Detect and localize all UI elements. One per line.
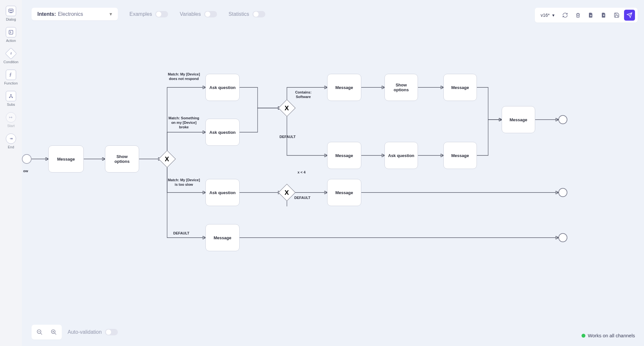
start-icon: [6, 112, 16, 123]
svg-point-3: [12, 10, 12, 11]
svg-line-26: [55, 333, 56, 335]
node-message[interactable]: Message: [327, 74, 361, 101]
svg-point-1: [10, 10, 10, 11]
subs-icon: [6, 91, 16, 101]
svg-point-7: [9, 97, 10, 98]
node-message[interactable]: Message: [327, 142, 361, 169]
node-ask-question[interactable]: Ask question: [205, 74, 240, 101]
edge-label: Match: My [Device] is too slow: [167, 178, 201, 187]
condition-icon: if: [5, 48, 17, 60]
svg-point-2: [11, 10, 11, 11]
sidebar-item-end[interactable]: End: [1, 132, 21, 151]
flow-edges: [22, 0, 644, 346]
node-message[interactable]: Message: [443, 74, 477, 101]
edge-label: Match: My [Device] does not respond: [167, 72, 201, 81]
sidebar-item-function[interactable]: Function: [1, 68, 21, 87]
svg-point-8: [12, 97, 13, 98]
sidebar-item-label: Action: [6, 39, 16, 43]
node-show-options[interactable]: Show options: [105, 145, 139, 173]
edge-label: DEFAULT: [173, 231, 189, 236]
node-message[interactable]: Message: [502, 106, 535, 133]
node-message[interactable]: Message: [48, 145, 84, 173]
flow-canvas[interactable]: ow Message Show options X Match: My [Dev…: [22, 0, 644, 346]
toggle-pill[interactable]: [105, 329, 118, 335]
node-ask-question[interactable]: Ask question: [205, 179, 240, 206]
end-node[interactable]: [558, 115, 567, 124]
sidebar-item-label: Condition: [4, 60, 18, 64]
start-label: ow: [23, 169, 28, 173]
svg-line-23: [41, 333, 42, 335]
node-show-options[interactable]: Show options: [384, 74, 418, 101]
toggle-auto-validation[interactable]: Auto-validation: [68, 329, 118, 335]
zoom-out-icon: [36, 329, 43, 335]
zoom-controls: [32, 325, 62, 340]
edge-label: x < 4: [298, 170, 306, 175]
sidebar-item-label: End: [8, 145, 14, 149]
end-node[interactable]: [558, 188, 567, 197]
edge-label: DEFAULT: [279, 135, 296, 139]
gateway-3[interactable]: X: [278, 184, 296, 201]
edge-label: Match: Something on my [Device] broke: [167, 116, 201, 129]
zoom-in-icon: [51, 329, 57, 335]
node-message[interactable]: Message: [327, 179, 361, 206]
sidebar-item-label: Subs: [7, 103, 15, 106]
node-ask-question[interactable]: Ask question: [205, 119, 240, 146]
start-node[interactable]: [22, 154, 32, 164]
gateway-2[interactable]: X: [278, 99, 296, 117]
sidebar-item-label: Start: [7, 124, 14, 128]
end-icon: [6, 133, 16, 144]
sidebar-item-action[interactable]: Action: [1, 25, 21, 44]
sidebar-item-label: Function: [4, 81, 18, 85]
dialog-icon: [6, 6, 16, 16]
end-node[interactable]: [558, 233, 567, 242]
sidebar: Dialog Action if Condition Function Subs…: [0, 0, 22, 346]
channel-status-text: Works on all channels: [588, 333, 635, 338]
gateway-1[interactable]: X: [158, 150, 176, 168]
sidebar-item-label: Dialog: [6, 17, 16, 21]
sidebar-item-dialog[interactable]: Dialog: [1, 4, 21, 23]
sidebar-item-condition[interactable]: if Condition: [1, 46, 21, 66]
action-icon: [6, 27, 16, 37]
node-message[interactable]: Message: [205, 224, 240, 251]
status-ok-icon: [582, 334, 585, 338]
channel-status: Works on all channels: [582, 333, 635, 338]
zoom-out-button[interactable]: [34, 327, 45, 338]
edge-label: Contains: Software: [290, 90, 316, 99]
sidebar-item-start[interactable]: Start: [1, 110, 21, 130]
node-ask-question[interactable]: Ask question: [384, 142, 418, 169]
function-icon: [6, 70, 16, 80]
node-message[interactable]: Message: [443, 142, 477, 169]
bottom-left-controls: Auto-validation: [32, 325, 118, 340]
edge-label: DEFAULT: [294, 196, 310, 200]
toggle-label: Auto-validation: [68, 329, 102, 335]
sidebar-item-subs[interactable]: Subs: [1, 89, 21, 108]
zoom-in-button[interactable]: [48, 327, 59, 338]
svg-point-6: [11, 94, 12, 95]
